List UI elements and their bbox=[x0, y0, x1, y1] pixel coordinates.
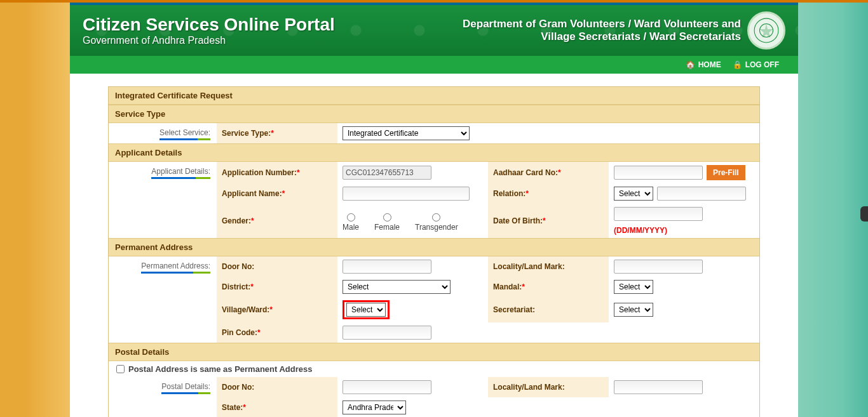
label-application-number: Application Number:* bbox=[222, 168, 300, 177]
label-post-door: Door No: bbox=[222, 383, 254, 392]
label-perm-mandal: Mandal:* bbox=[493, 282, 525, 291]
input-perm-locality[interactable] bbox=[614, 260, 703, 274]
portal-title: Citizen Services Online Portal bbox=[83, 15, 463, 35]
govt-emblem-icon bbox=[747, 11, 785, 50]
side-applicant-details: Applicant Details: bbox=[151, 167, 210, 179]
label-service-type: Service Type:* bbox=[222, 129, 274, 138]
side-tab-icon[interactable] bbox=[860, 206, 868, 222]
select-perm-secretariat[interactable]: Select bbox=[614, 303, 653, 317]
dob-format-hint: (DD/MM/YYYY) bbox=[614, 226, 667, 235]
input-dob[interactable] bbox=[614, 207, 703, 221]
input-relation-name[interactable] bbox=[657, 187, 746, 201]
side-select-service: Select Service: bbox=[159, 128, 210, 140]
navbar: 🏠HOME 🔒LOG OFF bbox=[70, 56, 798, 74]
page-header: Citizen Services Online Portal Governmen… bbox=[70, 5, 798, 56]
section-service-type: Service Type bbox=[109, 105, 759, 123]
nav-home[interactable]: 🏠HOME bbox=[686, 60, 721, 69]
select-perm-district[interactable]: Select bbox=[342, 280, 451, 294]
lock-icon: 🔒 bbox=[733, 60, 742, 69]
portal-subtitle: Government of Andhra Pradesh bbox=[83, 35, 463, 46]
radio-female[interactable]: Female bbox=[374, 213, 400, 232]
checkbox-postal-same[interactable] bbox=[116, 365, 125, 373]
section-postal-details: Postal Details bbox=[109, 343, 759, 361]
label-gender: Gender:* bbox=[222, 216, 254, 225]
select-post-state[interactable]: Andhra Pradesh bbox=[342, 400, 406, 414]
side-postal-details: Postal Details: bbox=[161, 382, 210, 394]
label-dob: Date Of Birth:* bbox=[493, 216, 546, 225]
input-perm-pin[interactable] bbox=[342, 326, 431, 340]
input-perm-door[interactable] bbox=[342, 260, 431, 274]
input-post-locality[interactable] bbox=[614, 380, 703, 394]
label-aadhaar: Aadhaar Card No:* bbox=[493, 168, 561, 177]
highlight-village-ward: Select bbox=[342, 300, 390, 319]
prefill-button[interactable]: Pre-Fill bbox=[707, 165, 745, 180]
input-post-door[interactable] bbox=[342, 380, 431, 394]
select-perm-village[interactable]: Select bbox=[346, 303, 386, 317]
label-perm-village: Village/Ward:* bbox=[222, 305, 273, 314]
select-service-type[interactable]: Integrated Certificate bbox=[342, 126, 470, 140]
home-icon: 🏠 bbox=[686, 60, 695, 69]
label-perm-secretariat: Secretariat: bbox=[493, 305, 535, 314]
section-permanent-address: Permanent Address bbox=[109, 238, 759, 256]
label-applicant-name: Applicant Name:* bbox=[222, 189, 285, 198]
input-aadhaar[interactable] bbox=[614, 166, 703, 180]
label-postal-same: Postal Address is same as Permanent Addr… bbox=[128, 364, 313, 374]
select-perm-mandal[interactable]: Select bbox=[614, 280, 653, 294]
nav-logoff[interactable]: 🔒LOG OFF bbox=[733, 60, 779, 69]
section-applicant-details: Applicant Details bbox=[109, 143, 759, 162]
label-perm-pin: Pin Code:* bbox=[222, 328, 261, 337]
label-post-state: State:* bbox=[222, 403, 246, 412]
radio-male[interactable]: Male bbox=[342, 213, 359, 232]
side-permanent-address: Permanent Address: bbox=[141, 261, 210, 274]
dept-line2: Village Secretariats / Ward Secretariats bbox=[463, 30, 741, 43]
dept-line1: Department of Gram Volunteers / Ward Vol… bbox=[463, 18, 741, 30]
select-relation[interactable]: Select bbox=[614, 187, 653, 201]
label-relation: Relation:* bbox=[493, 189, 529, 198]
label-perm-district: District:* bbox=[222, 282, 254, 291]
request-panel: Integrated Certificate Request Service T… bbox=[108, 86, 760, 417]
panel-title: Integrated Certificate Request bbox=[109, 87, 759, 105]
label-perm-door: Door No: bbox=[222, 262, 254, 271]
label-perm-locality: Locality/Land Mark: bbox=[493, 262, 565, 271]
label-post-locality: Locality/Land Mark: bbox=[493, 383, 565, 392]
input-applicant-name[interactable] bbox=[342, 187, 470, 201]
radio-transgender[interactable]: Transgender bbox=[415, 213, 458, 232]
input-application-number bbox=[342, 166, 431, 180]
